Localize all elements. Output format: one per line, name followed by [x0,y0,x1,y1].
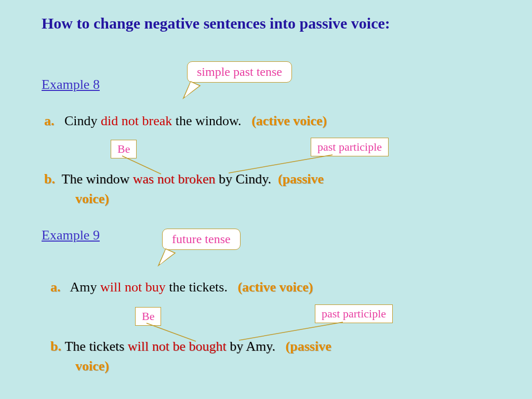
letter-b: b. [50,339,64,354]
page-title: How to change negative sentences into pa… [42,15,390,32]
past-participle-box-ex9: past participle [315,304,393,323]
callout-future-tense: future tense [162,229,241,250]
text: the window. [176,113,245,128]
ex8-line-a: a. Cindy did not break the window. (acti… [44,113,327,129]
past-participle: bought [189,339,230,354]
text: by Cindy. [219,171,274,187]
voice-label: (active voice) [251,113,327,128]
voice-label: (passive [278,171,324,187]
svg-line-7 [239,322,343,340]
ex8-line-b: b. The window was not broken by Cindy. (… [44,171,324,187]
past-participle-box-ex8: past participle [311,138,389,156]
letter-a: a. [50,280,64,295]
ex9-line-b-cont: voice) [75,358,109,374]
text: The tickets [64,339,127,354]
svg-line-3 [229,155,332,173]
example-9-heading: Example 9 [42,228,100,243]
text: Amy [70,280,101,295]
text: The window [62,171,133,187]
letter-a: a. [44,113,58,128]
callout-label: future tense [172,232,231,246]
ex9-line-b: b. The tickets will not be bought by Amy… [50,339,331,354]
be-box-ex8: Be [111,140,137,158]
callout-label: simple past tense [197,65,282,78]
voice-label: (active voice) [237,280,313,295]
past-participle: broken [178,171,219,187]
verb-phrase: did not break [101,113,176,128]
letter-b: b. [44,171,58,187]
be-verb: will not be [128,339,189,354]
text: Cindy [64,113,101,128]
callout-simple-past-tense: simple past tense [187,61,292,83]
verb-phrase: will not buy [100,280,169,295]
example-8-heading: Example 8 [42,77,100,92]
voice-label-cont: voice) [75,191,109,206]
ex9-line-a: a. Amy will not buy the tickets. (active… [50,280,313,295]
text: by Amy. [230,339,278,354]
ex8-line-b-cont: voice) [75,191,109,207]
voice-label: (passive [286,339,331,354]
voice-label-cont: voice) [75,358,109,374]
be-verb: was not [133,171,178,187]
text: the tickets. [169,280,231,295]
be-box-ex9: Be [135,307,161,326]
